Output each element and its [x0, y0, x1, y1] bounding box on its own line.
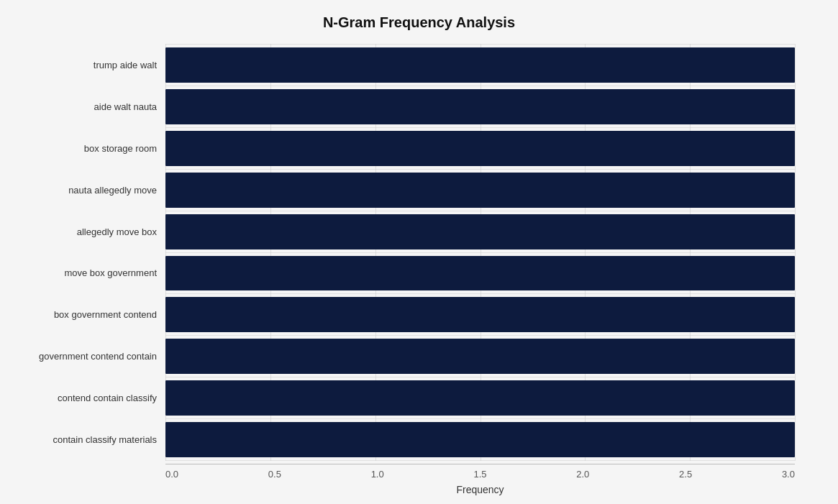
- bar-label-6: box government contend: [22, 309, 165, 320]
- bar-row-6: box government contend: [165, 294, 795, 336]
- bar-row-7: government contend contain: [165, 336, 795, 377]
- bar-label-5: move box government: [22, 267, 165, 278]
- bar-track-0: [165, 45, 795, 86]
- bar-fill-5: [165, 256, 795, 291]
- bar-label-2: box storage room: [22, 143, 165, 154]
- bar-track-7: [165, 336, 795, 377]
- bar-row-8: contend contain classify: [165, 377, 795, 419]
- bar-fill-8: [165, 380, 795, 416]
- bar-fill-4: [165, 214, 795, 249]
- bar-track-3: [165, 170, 795, 211]
- bar-label-7: government contend contain: [22, 351, 165, 362]
- bar-row-5: move box government: [165, 253, 795, 295]
- chart-container: N-Gram Frequency Analysis trump aide wal…: [0, 0, 838, 504]
- bar-track-6: [165, 294, 795, 335]
- x-tick-2: 1.0: [371, 469, 384, 480]
- bar-label-0: trump aide walt: [22, 60, 165, 70]
- x-ticks: 0.00.51.01.52.02.53.0: [165, 464, 795, 480]
- bar-track-1: [165, 86, 795, 127]
- bar-fill-9: [165, 422, 795, 457]
- bar-row-1: aide walt nauta: [165, 86, 795, 128]
- x-axis: 0.00.51.01.52.02.53.0 Frequency: [165, 464, 795, 495]
- bar-track-5: [165, 253, 795, 294]
- chart-title: N-Gram Frequency Analysis: [43, 14, 795, 31]
- x-tick-3: 1.5: [473, 469, 486, 480]
- x-axis-label: Frequency: [165, 484, 795, 495]
- bar-label-4: allegedly move box: [22, 226, 165, 237]
- bar-fill-0: [165, 47, 795, 83]
- x-tick-0: 0.0: [165, 469, 178, 480]
- bar-row-2: box storage room: [165, 128, 795, 170]
- bar-label-3: nauta allegedly move: [22, 185, 165, 196]
- grid-line-30: [795, 44, 796, 461]
- bar-row-0: trump aide walt: [165, 44, 795, 86]
- x-tick-1: 0.5: [268, 469, 281, 480]
- bar-fill-3: [165, 173, 795, 208]
- bar-track-4: [165, 211, 795, 252]
- bars-section: trump aide waltaide walt nautabox storag…: [165, 44, 795, 461]
- bar-track-2: [165, 128, 795, 169]
- bar-fill-7: [165, 339, 795, 374]
- bar-row-4: allegedly move box: [165, 211, 795, 253]
- bar-label-1: aide walt nauta: [22, 101, 165, 112]
- bar-label-8: contend contain classify: [22, 393, 165, 403]
- bar-fill-2: [165, 131, 795, 166]
- bar-track-8: [165, 377, 795, 418]
- bar-track-9: [165, 419, 795, 460]
- bar-fill-6: [165, 297, 795, 332]
- bar-row-9: contain classify materials: [165, 419, 795, 461]
- bar-row-3: nauta allegedly move: [165, 170, 795, 211]
- x-tick-4: 2.0: [576, 469, 589, 480]
- x-tick-6: 3.0: [782, 469, 795, 480]
- bar-label-9: contain classify materials: [22, 434, 165, 445]
- bar-fill-1: [165, 89, 795, 124]
- x-tick-5: 2.5: [679, 469, 692, 480]
